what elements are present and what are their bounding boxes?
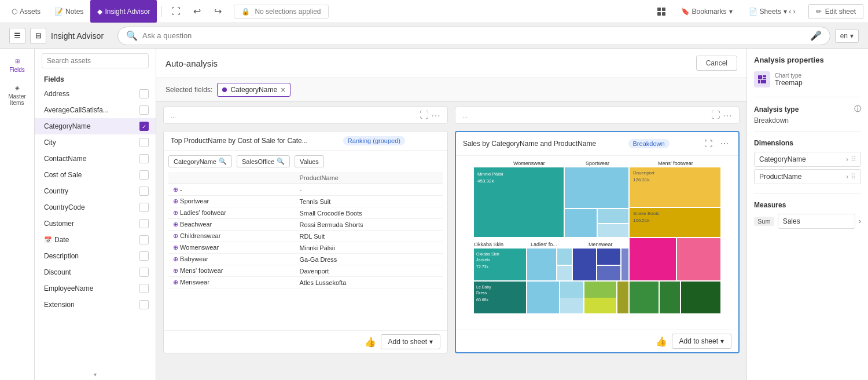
checkbox-contactname[interactable] bbox=[139, 154, 149, 163]
field-item-contactname[interactable]: ContactName bbox=[35, 151, 156, 167]
block-olive1[interactable] bbox=[584, 282, 616, 298]
checkbox-extension[interactable] bbox=[139, 300, 149, 309]
block-green3[interactable] bbox=[681, 282, 720, 313]
block-ladies-fo2[interactable] bbox=[557, 249, 572, 265]
expand-icon[interactable]: ⊕ bbox=[173, 279, 178, 286]
expand-icon[interactable]: ⊕ bbox=[173, 244, 178, 251]
sidebar-tab-fields[interactable]: ⊞ Fields bbox=[1, 53, 34, 78]
block-babywear1[interactable] bbox=[527, 282, 559, 313]
expand-icon[interactable]: ⊕ bbox=[173, 255, 178, 262]
expand-icon[interactable]: ⊕ bbox=[173, 232, 178, 239]
checkbox-categoryname[interactable]: ✓ bbox=[139, 122, 149, 131]
redo-icon[interactable]: ↪ bbox=[208, 2, 227, 21]
edit-sheet-button[interactable]: ✏ Edit sheet bbox=[808, 4, 863, 19]
drag-icon[interactable]: ⠿ bbox=[851, 155, 856, 163]
expand-button-treemap[interactable]: ⛶ bbox=[701, 137, 715, 151]
expand-icon[interactable]: ⊕ bbox=[173, 186, 178, 193]
field-item-categoryname[interactable]: CategoryName ✓ bbox=[35, 118, 156, 134]
lang-selector[interactable]: en ▾ bbox=[835, 29, 859, 43]
tab-insight-advisor[interactable]: ◆ Insight Advisor bbox=[90, 0, 157, 23]
checkbox-avgcall[interactable] bbox=[139, 105, 149, 115]
master-icon: ◈ bbox=[15, 85, 20, 91]
field-item-country[interactable]: Country bbox=[35, 183, 156, 199]
add-to-sheet-button-left[interactable]: Add to sheet ▾ bbox=[381, 334, 440, 349]
block-babywear2[interactable] bbox=[560, 282, 583, 298]
expand-icon-top-left[interactable]: ⛶ bbox=[420, 110, 429, 121]
block-sportwear-4[interactable] bbox=[598, 224, 628, 237]
feedback-icon-treemap[interactable]: 👍 bbox=[656, 336, 667, 347]
block-sportwear-2[interactable] bbox=[565, 209, 597, 237]
block-pink[interactable] bbox=[630, 238, 676, 280]
filter-btn-categoryname[interactable]: CategoryName 🔍 bbox=[168, 155, 232, 167]
block-sportwear-1[interactable] bbox=[565, 167, 628, 208]
expand-icon[interactable]: ⊕ bbox=[173, 267, 178, 274]
checkbox-costofsale[interactable] bbox=[139, 170, 149, 180]
block-ladies-fo[interactable] bbox=[527, 249, 556, 280]
values-button[interactable]: Values bbox=[295, 155, 324, 167]
checkbox-city[interactable] bbox=[139, 138, 149, 147]
block-green1[interactable] bbox=[630, 282, 659, 313]
checkbox-countrycode[interactable] bbox=[139, 203, 149, 212]
measure-name[interactable]: Sales bbox=[778, 214, 855, 229]
block-menswear1[interactable] bbox=[573, 249, 596, 280]
expand-icon-top-right[interactable]: ⛶ bbox=[711, 110, 720, 121]
block-ladies-fo3[interactable] bbox=[557, 266, 572, 280]
checkbox-employeename[interactable] bbox=[139, 284, 149, 293]
panel-toggle-layout[interactable]: ⊟ bbox=[30, 28, 46, 44]
expand-icon[interactable]: ⊕ bbox=[173, 198, 178, 204]
checkbox-address[interactable] bbox=[139, 89, 149, 98]
field-item-address[interactable]: Address bbox=[35, 86, 156, 102]
field-item-discount[interactable]: Discount bbox=[35, 264, 156, 280]
field-item-extension[interactable]: Extension bbox=[35, 297, 156, 313]
field-item-customer[interactable]: Customer bbox=[35, 215, 156, 232]
field-item-countrycode[interactable]: CountryCode bbox=[35, 199, 156, 215]
block-pink2[interactable] bbox=[677, 238, 720, 280]
checkbox-country[interactable] bbox=[139, 187, 149, 196]
more-icon-top-left[interactable]: ⋯ bbox=[431, 110, 440, 121]
block-sportwear-3[interactable] bbox=[598, 209, 628, 223]
chip-close-button[interactable]: × bbox=[281, 85, 285, 94]
drag-icon2[interactable]: ⠿ bbox=[851, 173, 856, 181]
checkbox-description[interactable] bbox=[139, 251, 149, 261]
tab-assets[interactable]: ⬡ Assets bbox=[5, 0, 47, 23]
panel-toggle-left[interactable]: ☰ bbox=[9, 28, 25, 44]
search-assets-input[interactable] bbox=[42, 53, 149, 68]
field-item-employeename[interactable]: EmployeeName bbox=[35, 280, 156, 297]
more-icon-top-right[interactable]: ⋯ bbox=[723, 110, 732, 121]
field-item-date[interactable]: 📅 Date bbox=[35, 232, 156, 248]
block-menswear2[interactable] bbox=[597, 249, 620, 265]
dimension-item-productname[interactable]: ProductName › ⠿ bbox=[754, 169, 861, 184]
checkbox-discount[interactable] bbox=[139, 268, 149, 277]
checkbox-customer[interactable] bbox=[139, 219, 149, 228]
field-item-description[interactable]: Description bbox=[35, 248, 156, 264]
expand-icon[interactable]: ⊕ bbox=[173, 209, 178, 216]
field-item-costofsale[interactable]: Cost of Sale bbox=[35, 167, 156, 183]
sidebar-tab-master-items[interactable]: ◈ Master items bbox=[1, 80, 34, 111]
block-minnki[interactable] bbox=[474, 167, 564, 237]
more-button-treemap[interactable]: ⋯ bbox=[718, 137, 731, 151]
expand-icon[interactable]: ⊕ bbox=[173, 221, 178, 228]
filter-btn-salesoffice[interactable]: SalesOffice 🔍 bbox=[237, 155, 290, 167]
block-olive2[interactable] bbox=[584, 298, 616, 313]
block-menswear4[interactable] bbox=[621, 249, 628, 280]
block-green2[interactable] bbox=[660, 282, 680, 313]
feedback-icon[interactable]: 👍 bbox=[365, 337, 376, 348]
tab-notes[interactable]: 📝 Notes bbox=[47, 0, 90, 23]
undo-icon[interactable]: ↩ bbox=[187, 2, 206, 21]
sheets-button[interactable]: 📄 Sheets ▾ ‹ › bbox=[743, 5, 801, 18]
dimension-item-categoryname[interactable]: CategoryName › ⠿ bbox=[754, 152, 861, 167]
zoom-icon[interactable]: ⛶ bbox=[167, 2, 185, 21]
checkbox-date[interactable] bbox=[139, 235, 149, 244]
block-olive3[interactable] bbox=[617, 282, 628, 313]
mic-icon[interactable]: 🎤 bbox=[810, 30, 822, 41]
add-to-sheet-button-right[interactable]: Add to sheet ▾ bbox=[672, 334, 731, 349]
info-icon[interactable]: ⓘ bbox=[854, 104, 861, 114]
cancel-button[interactable]: Cancel bbox=[696, 56, 737, 71]
field-item-avgcall[interactable]: AverageCallSatisfa... bbox=[35, 102, 156, 118]
block-babywear3[interactable] bbox=[560, 298, 583, 313]
bookmarks-button[interactable]: 🔖 Bookmarks ▾ bbox=[675, 5, 738, 18]
block-menswear3[interactable] bbox=[597, 266, 620, 280]
grid-view-button[interactable] bbox=[652, 2, 671, 21]
search-input[interactable] bbox=[142, 31, 806, 40]
field-item-city[interactable]: City bbox=[35, 134, 156, 151]
